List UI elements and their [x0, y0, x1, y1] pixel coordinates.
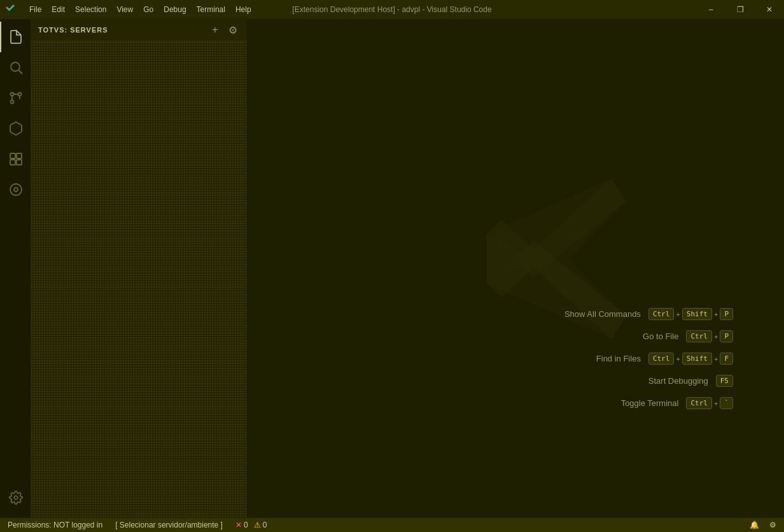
sidebar-content [31, 41, 247, 518]
plus-3b: + [714, 355, 718, 363]
key-shift-1: Shift [682, 308, 712, 320]
shortcut-row-show-all: Show All Commands Ctrl + Shift + P [564, 308, 733, 320]
svg-rect-7 [10, 160, 15, 165]
shortcut-keys-toggle-terminal: Ctrl + ` [686, 397, 733, 409]
key-f-3: F [720, 353, 733, 365]
shortcut-label-toggle-terminal: Toggle Terminal [621, 398, 679, 408]
shortcut-label-start-debug: Start Debugging [648, 376, 708, 386]
shortcut-row-start-debug: Start Debugging F5 [564, 375, 733, 387]
statusbar-server[interactable]: [ Selecionar servidor/ambiente ] [113, 521, 225, 529]
statusbar-settings[interactable]: ⚙ [767, 521, 779, 529]
menu-go[interactable]: Go [138, 3, 158, 17]
plus-1a: + [676, 311, 680, 318]
activitybar-remote[interactable] [0, 144, 31, 174]
app-icon [5, 4, 17, 15]
menu-selection[interactable]: Selection [70, 3, 111, 17]
close-button[interactable]: ✕ [755, 0, 784, 19]
sidebar-add-button[interactable]: + [209, 24, 221, 36]
activitybar-search[interactable] [0, 52, 31, 83]
svg-rect-6 [17, 153, 22, 158]
svg-point-9 [10, 184, 22, 195]
activitybar-settings[interactable] [0, 482, 31, 513]
statusbar-right: 🔔 ⚙ [747, 521, 779, 529]
key-ctrl-3: Ctrl [648, 353, 675, 365]
key-backtick: ` [720, 397, 733, 409]
sidebar-empty-state [31, 41, 247, 518]
activitybar-extensions[interactable] [0, 113, 31, 144]
statusbar: Permissions: NOT logged in [ Selecionar … [0, 518, 784, 532]
plus-1b: + [714, 311, 718, 318]
activitybar [0, 19, 31, 518]
titlebar-left: File Edit Selection View Go Debug Termin… [5, 3, 256, 17]
warn-icon: ⚠ [254, 521, 261, 529]
sidebar-title: TOTVS: SERVERS [38, 26, 108, 34]
activitybar-explorer[interactable] [0, 22, 31, 52]
key-ctrl-5: Ctrl [686, 397, 712, 409]
svg-rect-8 [17, 160, 22, 165]
plus-2a: + [714, 333, 718, 340]
plus-5a: + [714, 400, 718, 407]
statusbar-permissions[interactable]: Permissions: NOT logged in [5, 521, 105, 529]
shortcut-label-find-files: Find in Files [596, 354, 641, 363]
key-p-2: P [720, 330, 733, 342]
shortcut-row-toggle-terminal: Toggle Terminal Ctrl + ` [564, 397, 733, 409]
activitybar-source-control[interactable] [0, 83, 31, 113]
shortcut-label-goto-file: Go to File [643, 332, 678, 341]
shortcut-keys-goto-file: Ctrl + P [686, 330, 733, 342]
menu-terminal[interactable]: Terminal [192, 3, 230, 17]
key-ctrl-2: Ctrl [686, 330, 712, 342]
shortcut-row-goto-file: Go to File Ctrl + P [564, 330, 733, 342]
titlebar-title: [Extension Development Host] - advpl - V… [292, 5, 491, 14]
error-count: 0 [244, 521, 248, 529]
statusbar-notifications[interactable]: 🔔 [747, 521, 762, 529]
statusbar-errors[interactable]: ✕ 0 ⚠ 0 [233, 521, 269, 529]
svg-point-0 [11, 62, 20, 71]
menu-debug[interactable]: Debug [158, 3, 191, 17]
main-layout: TOTVS: SERVERS + ⚙ S [0, 19, 784, 518]
plus-3a: + [676, 355, 680, 363]
menu-view[interactable]: View [111, 3, 138, 17]
svg-point-2 [11, 93, 14, 96]
statusbar-left: Permissions: NOT logged in [ Selecionar … [5, 521, 269, 529]
svg-point-10 [14, 188, 18, 192]
warn-count: 0 [263, 521, 267, 529]
menu-help[interactable]: Help [230, 3, 256, 17]
shortcut-keys-show-all: Ctrl + Shift + P [648, 308, 733, 320]
activitybar-custom[interactable] [0, 174, 31, 205]
shortcuts-container: Show All Commands Ctrl + Shift + P Go to… [564, 308, 733, 419]
shortcut-keys-find-files: Ctrl + Shift + F [648, 353, 733, 365]
minimize-button[interactable]: – [696, 0, 725, 19]
error-icon: ✕ [235, 521, 242, 529]
svg-line-1 [19, 71, 23, 74]
shortcut-keys-start-debug: F5 [716, 375, 733, 387]
key-shift-3: Shift [682, 353, 712, 365]
menu-edit[interactable]: Edit [46, 3, 70, 17]
svg-rect-5 [10, 153, 15, 158]
shortcut-row-find-files: Find in Files Ctrl + Shift + F [564, 353, 733, 365]
key-ctrl-1: Ctrl [648, 308, 675, 320]
sidebar-settings-button[interactable]: ⚙ [227, 24, 239, 36]
key-p-1: P [720, 308, 733, 320]
svg-point-4 [11, 101, 14, 104]
sidebar: TOTVS: SERVERS + ⚙ [31, 19, 247, 518]
sidebar-header: TOTVS: SERVERS + ⚙ [31, 19, 247, 41]
maximize-button[interactable]: ❐ [725, 0, 755, 19]
menubar: File Edit Selection View Go Debug Termin… [24, 3, 256, 17]
sidebar-actions: + ⚙ [209, 24, 239, 36]
titlebar: File Edit Selection View Go Debug Termin… [0, 0, 784, 19]
key-f5: F5 [716, 375, 733, 387]
svg-point-11 [14, 496, 18, 500]
shortcut-label-show-all: Show All Commands [564, 309, 641, 319]
menu-file[interactable]: File [24, 3, 46, 17]
editor-area: Show All Commands Ctrl + Shift + P Go to… [247, 19, 784, 518]
titlebar-controls: – ❐ ✕ [696, 0, 784, 19]
